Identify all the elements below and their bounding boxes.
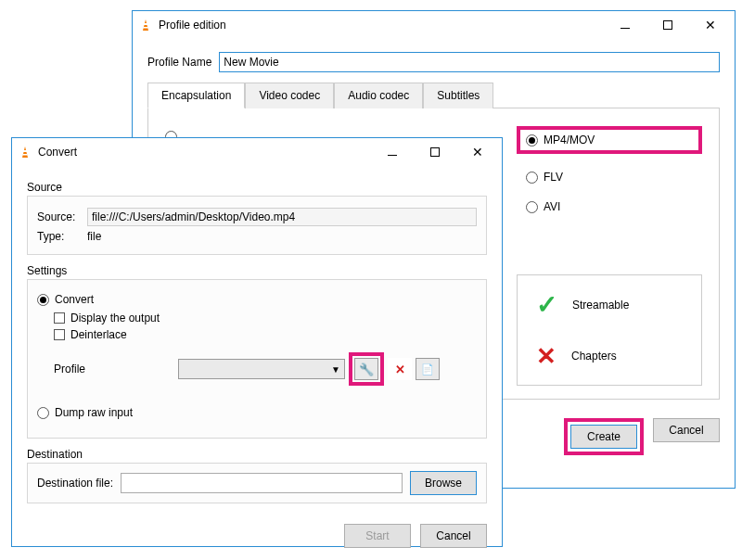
svg-rect-5 xyxy=(23,154,28,156)
check-label: Deinterlace xyxy=(70,328,127,341)
check-label: Display the output xyxy=(70,312,160,325)
type-value: file xyxy=(87,230,101,243)
radio-avi[interactable]: AVI xyxy=(526,200,702,213)
radio-label: AVI xyxy=(544,200,560,213)
wrench-icon: 🔧 xyxy=(359,363,374,376)
source-label: Source: xyxy=(37,210,80,223)
radio-dot-icon xyxy=(37,407,49,419)
cancel-button[interactable]: Cancel xyxy=(653,418,720,442)
tabs: Encapsulation Video codec Audio codec Su… xyxy=(147,82,720,108)
radio-dot-icon xyxy=(526,201,538,213)
radio-label: FLV xyxy=(544,171,563,184)
profile-name-label: Profile Name xyxy=(147,56,211,69)
type-label: Type: xyxy=(37,230,80,243)
highlight-mp4mov: MP4/MOV xyxy=(517,126,702,154)
delete-profile-button[interactable]: ✕ xyxy=(388,358,412,380)
start-button[interactable]: Start xyxy=(344,524,411,548)
create-button[interactable]: Create xyxy=(570,425,637,449)
destination-label: Destination file: xyxy=(37,477,113,490)
radio-dot-icon xyxy=(526,134,538,146)
radio-flv[interactable]: FLV xyxy=(526,171,702,184)
minimize-button[interactable] xyxy=(379,143,405,161)
svg-rect-1 xyxy=(144,23,147,25)
minimize-button[interactable] xyxy=(612,16,638,34)
new-icon: 📄 xyxy=(421,363,434,375)
radio-dot-icon xyxy=(37,294,49,306)
x-icon: ✕ xyxy=(536,344,556,368)
delete-icon: ✕ xyxy=(395,363,405,376)
tab-subtitles[interactable]: Subtitles xyxy=(423,83,493,108)
edit-profile-button[interactable]: 🔧 xyxy=(354,358,378,380)
svg-rect-2 xyxy=(144,27,148,29)
settings-group-label: Settings xyxy=(27,264,487,277)
profile-name-input[interactable] xyxy=(219,52,720,72)
feature-label: Streamable xyxy=(572,299,629,312)
destination-group: Destination file: Browse xyxy=(27,463,487,503)
source-group: Source: file:///C:/Users/admin/Desktop/V… xyxy=(27,196,487,255)
maximize-button[interactable] xyxy=(655,16,681,34)
new-profile-button[interactable]: 📄 xyxy=(416,358,440,380)
window-title: Convert xyxy=(38,146,77,159)
source-group-label: Source xyxy=(27,181,487,194)
checkbox-icon xyxy=(54,312,65,324)
highlight-create: Create xyxy=(564,418,644,455)
chevron-down-icon: ▼ xyxy=(331,364,340,375)
source-value: file:///C:/Users/admin/Desktop/Video.mp4 xyxy=(87,208,477,226)
radio-label: Dump raw input xyxy=(55,406,133,419)
profile-label: Profile xyxy=(54,363,174,375)
svg-rect-4 xyxy=(23,150,27,152)
destination-input[interactable] xyxy=(121,473,403,493)
radio-dot-icon xyxy=(526,172,538,184)
radio-label: MP4/MOV xyxy=(544,134,595,146)
radio-mp4mov[interactable]: MP4/MOV xyxy=(526,134,595,146)
window-title: Profile edition xyxy=(159,19,226,32)
vlc-icon xyxy=(138,18,153,32)
close-button[interactable]: ✕ xyxy=(465,143,491,161)
feature-chapters: ✕ Chapters xyxy=(536,344,683,368)
check-icon: ✓ xyxy=(536,292,557,318)
maximize-button[interactable] xyxy=(422,143,448,161)
radio-dump-raw[interactable]: Dump raw input xyxy=(37,406,477,419)
check-deinterlace[interactable]: Deinterlace xyxy=(54,328,477,341)
cancel-button[interactable]: Cancel xyxy=(420,524,487,548)
feature-streamable: ✓ Streamable xyxy=(536,292,683,318)
convert-window: Convert ✕ Source Source: file:///C:/User… xyxy=(11,137,503,547)
titlebar: Convert ✕ xyxy=(12,138,502,166)
tab-video-codec[interactable]: Video codec xyxy=(245,83,334,108)
browse-button[interactable]: Browse xyxy=(410,471,477,495)
settings-group: Convert Display the output Deinterlace P… xyxy=(27,279,487,439)
radio-convert[interactable]: Convert xyxy=(37,293,477,306)
radio-label: Convert xyxy=(55,293,94,306)
feature-label: Chapters xyxy=(571,350,617,363)
tab-encapsulation[interactable]: Encapsulation xyxy=(147,83,245,108)
destination-group-label: Destination xyxy=(27,448,487,461)
profile-combo[interactable]: ▼ xyxy=(178,359,345,379)
vlc-icon xyxy=(18,145,32,159)
close-button[interactable]: ✕ xyxy=(697,16,723,34)
highlight-edit-profile: 🔧 xyxy=(349,352,384,386)
tab-audio-codec[interactable]: Audio codec xyxy=(334,83,423,108)
features-box: ✓ Streamable ✕ Chapters xyxy=(517,274,702,386)
check-display-output[interactable]: Display the output xyxy=(54,312,477,325)
titlebar: Profile edition ✕ xyxy=(133,11,735,39)
checkbox-icon xyxy=(54,329,65,340)
